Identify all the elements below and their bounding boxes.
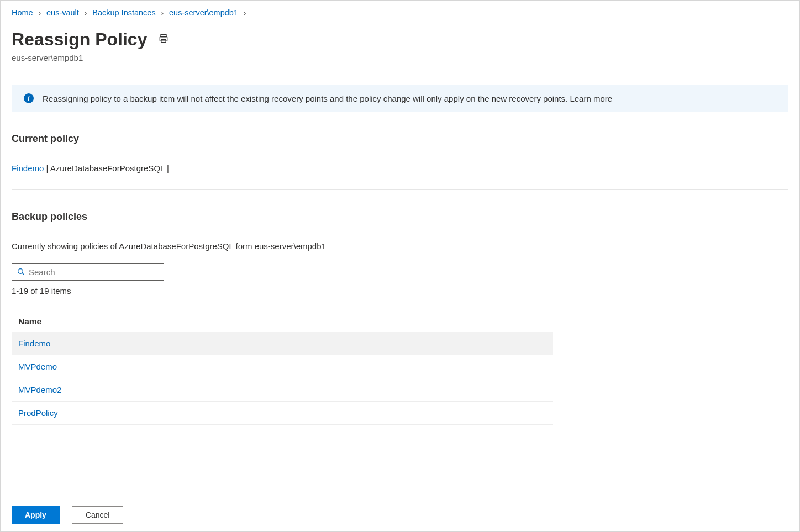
- breadcrumb-home[interactable]: Home: [12, 8, 33, 17]
- current-policy-heading: Current policy: [12, 133, 788, 145]
- search-input[interactable]: [25, 267, 159, 277]
- info-banner-text: Reassigning policy to a backup item will…: [43, 94, 612, 103]
- chevron-right-icon: ›: [39, 9, 41, 17]
- svg-line-4: [22, 273, 24, 275]
- separator: |: [46, 164, 50, 173]
- info-icon: i: [24, 93, 34, 103]
- cancel-button[interactable]: Cancel: [72, 506, 124, 524]
- table-row[interactable]: Findemo: [12, 332, 553, 355]
- policy-link[interactable]: Findemo: [18, 339, 50, 348]
- print-icon[interactable]: [158, 33, 169, 46]
- policy-link[interactable]: MVPdemo: [18, 362, 57, 371]
- separator: |: [167, 164, 169, 173]
- breadcrumb-instance[interactable]: eus-server\empdb1: [169, 8, 238, 17]
- chevron-right-icon: ›: [85, 9, 87, 17]
- current-policy-type: AzureDatabaseForPostgreSQL: [50, 164, 165, 173]
- policies-table: Name Findemo MVPdemo MVPdemo2 ProdPolicy: [12, 311, 553, 425]
- table-row[interactable]: MVPdemo2: [12, 378, 553, 402]
- divider: [12, 189, 788, 190]
- action-bar: Apply Cancel: [1, 498, 799, 531]
- svg-point-3: [18, 269, 23, 274]
- policy-link[interactable]: MVPdemo2: [18, 385, 61, 394]
- current-policy-link[interactable]: Findemo: [12, 164, 44, 173]
- table-row[interactable]: MVPdemo: [12, 355, 553, 378]
- current-policy-line: Findemo | AzureDatabaseForPostgreSQL |: [12, 164, 788, 173]
- column-header-name[interactable]: Name: [12, 311, 553, 332]
- apply-button[interactable]: Apply: [12, 506, 60, 524]
- page-subtitle: eus-server\empdb1: [12, 53, 788, 62]
- result-count: 1-19 of 19 items: [12, 286, 788, 296]
- search-box[interactable]: [12, 263, 164, 281]
- breadcrumb: Home › eus-vault › Backup Instances › eu…: [12, 8, 788, 17]
- table-row[interactable]: ProdPolicy: [12, 402, 553, 425]
- info-banner: i Reassigning policy to a backup item wi…: [12, 85, 788, 112]
- chevron-right-icon: ›: [161, 9, 164, 17]
- breadcrumb-backup-instances[interactable]: Backup Instances: [92, 8, 155, 17]
- backup-policies-heading: Backup policies: [12, 211, 788, 223]
- page-title: Reassign Policy: [12, 29, 147, 50]
- breadcrumb-vault[interactable]: eus-vault: [46, 8, 79, 17]
- policy-link[interactable]: ProdPolicy: [18, 408, 58, 418]
- backup-policies-description: Currently showing policies of AzureDatab…: [12, 241, 788, 251]
- search-icon: [17, 267, 25, 276]
- chevron-right-icon: ›: [244, 9, 246, 17]
